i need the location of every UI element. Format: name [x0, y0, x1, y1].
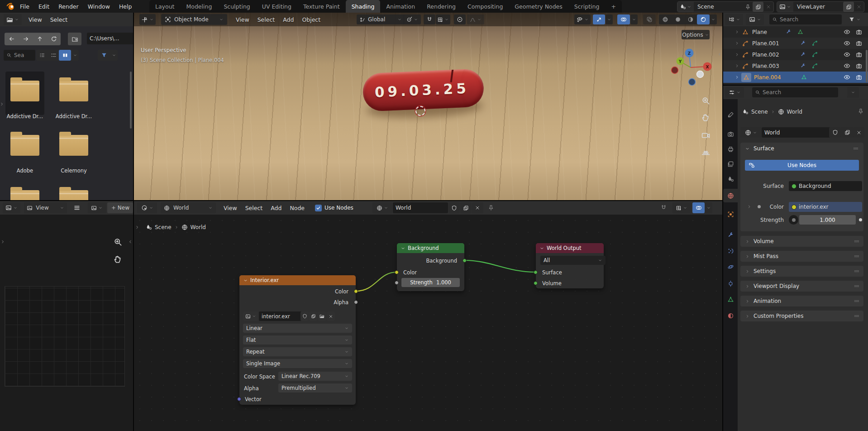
- axis-negz-ball[interactable]: [689, 79, 696, 86]
- snap-target-dropdown[interactable]: [403, 14, 421, 24]
- tab-particles[interactable]: [723, 244, 738, 258]
- axis-negy-ball[interactable]: [697, 71, 704, 78]
- mesh-data-icon[interactable]: [801, 74, 807, 80]
- proportional-falloff-dropdown[interactable]: [467, 14, 484, 24]
- hide-eye-icon[interactable]: [844, 62, 850, 69]
- tab-object[interactable]: [723, 207, 738, 221]
- object-name[interactable]: Plane.002: [752, 52, 779, 58]
- folder-name[interactable]: Adobe: [2, 168, 48, 174]
- use-nodes-toggle[interactable]: Use Nodes: [315, 205, 353, 211]
- tab-sculpting[interactable]: Sculpting: [218, 0, 256, 13]
- tab-output[interactable]: [723, 142, 738, 156]
- socket-alpha-out[interactable]: [354, 300, 358, 304]
- use-nodes-button[interactable]: Use Nodes: [745, 160, 859, 171]
- shader-menu-view[interactable]: View: [219, 205, 241, 211]
- strength-socket-button[interactable]: [789, 215, 798, 225]
- socket-background-out[interactable]: [463, 259, 467, 263]
- curve-data-icon[interactable]: [812, 63, 818, 69]
- tab-constraints[interactable]: [723, 277, 738, 290]
- object-name[interactable]: Plane: [752, 29, 767, 35]
- tab-texture-paint[interactable]: Texture Paint: [297, 0, 346, 13]
- display-list-vertical-button[interactable]: [36, 50, 48, 61]
- fake-user-button[interactable]: [300, 311, 309, 321]
- tab-modeling[interactable]: Modeling: [181, 0, 218, 13]
- shading-rendered-button[interactable]: [697, 14, 710, 24]
- node-header[interactable]: World Output: [536, 243, 604, 253]
- fake-user-button[interactable]: [829, 127, 841, 138]
- collapsed-menus-button[interactable]: [73, 204, 81, 211]
- region-toggle-icon[interactable]: [717, 52, 722, 57]
- outliner-filter-dropdown[interactable]: [845, 14, 863, 25]
- scene-name[interactable]: Scene: [694, 4, 745, 10]
- viewlayer-browse-button[interactable]: [777, 2, 793, 12]
- drag-grip-icon[interactable]: [853, 145, 859, 152]
- editor-type-file-browser[interactable]: [4, 14, 22, 25]
- filter-toggle-button[interactable]: [98, 50, 110, 61]
- outliner-search-input[interactable]: Search: [769, 14, 842, 24]
- browse-image-button[interactable]: [243, 311, 258, 321]
- panel-animation[interactable]: Animation: [740, 296, 863, 306]
- surface-panel-header[interactable]: Surface: [740, 143, 863, 154]
- navigation-gizmo[interactable]: Z Y X: [668, 45, 718, 95]
- new-world-button[interactable]: [841, 127, 854, 138]
- object-name[interactable]: Plane.001: [752, 40, 779, 47]
- viewport-menu-object[interactable]: Object: [298, 16, 324, 23]
- hide-eye-icon[interactable]: [844, 40, 850, 47]
- node-snap-dropdown[interactable]: [672, 202, 691, 213]
- socket-volume-in[interactable]: [534, 281, 538, 285]
- drag-grip-icon[interactable]: [854, 238, 860, 244]
- show-gizmo-button[interactable]: [593, 14, 605, 24]
- unlink-image-button[interactable]: [327, 311, 335, 321]
- viewport-menu-view[interactable]: View: [232, 16, 253, 23]
- orthographic-toggle[interactable]: [701, 147, 711, 158]
- shading-dropdown[interactable]: [710, 14, 717, 24]
- curve-data-icon[interactable]: [812, 52, 818, 57]
- pin-icon[interactable]: [858, 108, 864, 115]
- tab-uv-editing[interactable]: UV Editing: [256, 0, 297, 13]
- expand-icon[interactable]: [734, 29, 739, 34]
- object-name[interactable]: Plane.004: [754, 74, 781, 81]
- add-workspace-button[interactable]: +: [605, 0, 621, 13]
- refresh-button[interactable]: [47, 33, 61, 45]
- disable-render-camera-icon[interactable]: [856, 63, 862, 69]
- shading-material-button[interactable]: [684, 14, 697, 24]
- blender-logo-icon[interactable]: [6, 2, 15, 11]
- breadcrumb-world[interactable]: World: [787, 109, 802, 115]
- tab-tool[interactable]: [723, 108, 738, 121]
- node-snap-toggle[interactable]: [660, 204, 667, 212]
- world-browse-button[interactable]: [740, 127, 761, 138]
- show-overlays-button[interactable]: [617, 14, 630, 24]
- expand-icon[interactable]: [734, 75, 739, 80]
- proportional-editing-button[interactable]: [454, 14, 466, 24]
- pin-icon[interactable]: [745, 4, 751, 10]
- outliner-row-plane002[interactable]: Plane.002: [723, 49, 868, 60]
- expand-icon[interactable]: [734, 63, 739, 68]
- world-name-field[interactable]: World: [393, 202, 448, 213]
- projection-dropdown[interactable]: Flat: [243, 335, 352, 345]
- socket-surface-in[interactable]: [534, 270, 538, 274]
- tab-world-active[interactable]: [723, 189, 738, 202]
- back-button[interactable]: [5, 33, 19, 45]
- browse-image-button[interactable]: [88, 202, 106, 213]
- gizmo-dropdown[interactable]: [606, 14, 613, 24]
- region-toggle-icon[interactable]: [134, 225, 140, 230]
- folder-tile[interactable]: [10, 135, 39, 156]
- image-mode-dropdown[interactable]: View: [24, 202, 67, 213]
- surface-value-dropdown[interactable]: Background: [789, 181, 862, 191]
- image-name-field[interactable]: interior.exr: [259, 311, 305, 321]
- menu-file[interactable]: File: [16, 3, 33, 10]
- socket-strength-in[interactable]: [395, 281, 399, 285]
- animate-dot[interactable]: [859, 218, 862, 221]
- hide-eye-icon[interactable]: [844, 29, 850, 35]
- tab-geometry-nodes[interactable]: Geometry Nodes: [509, 0, 568, 13]
- transform-orientation-dropdown[interactable]: Global: [357, 14, 405, 24]
- folder-name[interactable]: Addictive Dr...: [2, 113, 48, 120]
- folder-tile[interactable]: [10, 81, 39, 101]
- strength-slider[interactable]: 1.000: [799, 215, 856, 225]
- snap-toggle-button[interactable]: [424, 14, 435, 24]
- color-value-field[interactable]: interior.exr: [789, 202, 862, 212]
- breadcrumb-scene[interactable]: Scene: [751, 109, 768, 115]
- node-overlays-dropdown[interactable]: [705, 202, 712, 213]
- drag-grip-icon[interactable]: [854, 298, 860, 304]
- editor-type-image-editor[interactable]: [3, 202, 20, 213]
